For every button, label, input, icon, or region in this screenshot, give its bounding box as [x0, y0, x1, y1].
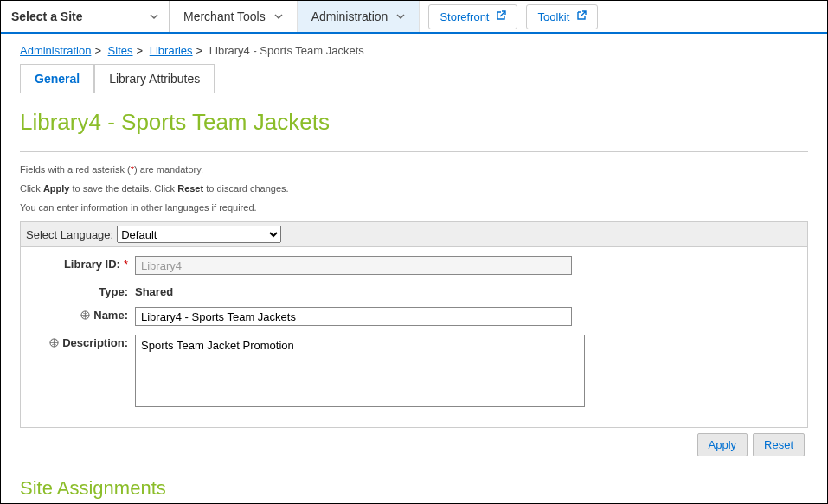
textarea-description[interactable]: Sports Team Jacket Promotion	[135, 335, 585, 407]
nav-merchant-tools[interactable]: Merchant Tools	[170, 1, 298, 32]
chevron-down-icon	[274, 10, 283, 23]
site-selector[interactable]: Select a Site	[1, 1, 170, 32]
language-label: Select Language:	[26, 228, 113, 241]
breadcrumb-link[interactable]: Libraries	[150, 44, 193, 57]
breadcrumb-link[interactable]: Sites	[108, 44, 133, 57]
storefront-button[interactable]: Storefront	[428, 4, 517, 29]
section-site-assignments: Site Assignments	[20, 477, 808, 500]
label-type: Type:	[26, 284, 135, 298]
help-line-2: Click Apply to save the details. Click R…	[20, 183, 808, 194]
globe-icon	[80, 310, 90, 320]
tab-general[interactable]: General	[20, 64, 94, 93]
nav-label: Merchant Tools	[183, 10, 266, 23]
required-asterisk: *	[124, 258, 128, 271]
label-description: Description:	[26, 335, 135, 349]
content-area: Administration> Sites> Libraries> Librar…	[1, 34, 827, 504]
help-line-1: Fields with a red asterisk (*) are manda…	[20, 164, 808, 175]
nav-link-buttons: Storefront Toolkit	[420, 1, 607, 32]
chevron-down-icon	[150, 10, 158, 23]
row-description: Description: Sports Team Jacket Promotio…	[26, 335, 802, 410]
input-library-id	[135, 256, 572, 275]
breadcrumb-sep: >	[137, 44, 144, 57]
breadcrumb-sep: >	[196, 44, 203, 57]
label-name: Name:	[26, 307, 135, 322]
chevron-down-icon	[396, 10, 405, 23]
breadcrumb-sep: >	[94, 44, 101, 57]
breadcrumb-link[interactable]: Administration	[20, 44, 91, 57]
nav-label: Administration	[311, 10, 388, 23]
storefront-label: Storefront	[440, 10, 489, 23]
label-library-id: Library ID:*	[26, 256, 135, 271]
divider	[20, 151, 808, 152]
value-type: Shared	[135, 284, 173, 298]
globe-icon	[49, 338, 59, 348]
help-line-3: You can enter information in other langu…	[20, 202, 808, 213]
row-library-id: Library ID:*	[26, 256, 802, 275]
tabs: General Library Attributes	[20, 64, 808, 93]
tab-library-attributes[interactable]: Library Attributes	[94, 64, 215, 93]
breadcrumb-current: Library4 - Sports Team Jackets	[209, 44, 364, 57]
external-link-icon	[496, 10, 506, 23]
button-bar: Apply Reset	[20, 428, 808, 462]
toolkit-button[interactable]: Toolkit	[526, 4, 598, 29]
language-select[interactable]: Default	[117, 226, 281, 243]
top-bar: Select a Site Merchant Tools Administrat…	[1, 1, 827, 34]
row-type: Type: Shared	[26, 284, 802, 298]
site-selector-label: Select a Site	[11, 10, 83, 23]
breadcrumb: Administration> Sites> Libraries> Librar…	[20, 44, 808, 57]
toolkit-label: Toolkit	[537, 10, 569, 23]
input-name[interactable]	[135, 307, 572, 326]
reset-button[interactable]: Reset	[753, 433, 805, 456]
page-title: Library4 - Sports Team Jackets	[20, 109, 808, 136]
form-table: Library ID:* Type: Shared Name: Descript…	[20, 247, 808, 428]
language-bar: Select Language: Default	[20, 221, 808, 247]
apply-button[interactable]: Apply	[697, 433, 748, 456]
row-name: Name:	[26, 307, 802, 326]
external-link-icon	[576, 10, 587, 23]
nav-administration[interactable]: Administration	[298, 1, 420, 32]
